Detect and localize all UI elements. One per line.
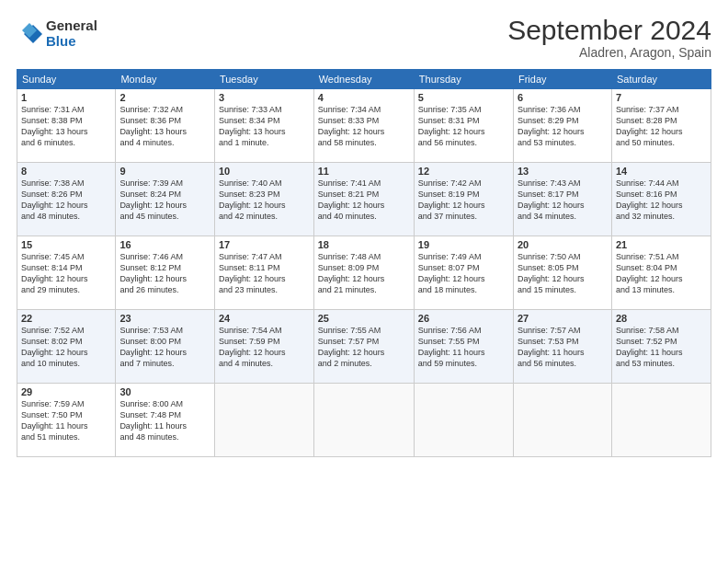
calendar-cell — [513, 384, 611, 457]
day-info: Sunrise: 7:42 AM Sunset: 8:19 PM Dayligh… — [418, 178, 509, 223]
day-number: 29 — [21, 386, 111, 397]
day-number: 24 — [219, 313, 310, 324]
calendar-cell: 28Sunrise: 7:58 AM Sunset: 7:52 PM Dayli… — [611, 310, 711, 384]
day-number: 13 — [518, 166, 608, 177]
day-info: Sunrise: 7:55 AM Sunset: 7:57 PM Dayligh… — [318, 325, 410, 370]
calendar-cell: 16Sunrise: 7:46 AM Sunset: 8:12 PM Dayli… — [116, 236, 215, 310]
weekday-header: Thursday — [414, 70, 513, 89]
calendar-cell: 25Sunrise: 7:55 AM Sunset: 7:57 PM Dayli… — [313, 310, 414, 384]
day-info: Sunrise: 7:37 AM Sunset: 8:28 PM Dayligh… — [616, 104, 707, 149]
day-number: 18 — [318, 239, 410, 250]
day-number: 11 — [318, 166, 410, 177]
weekday-header: Saturday — [611, 70, 711, 89]
day-number: 2 — [119, 92, 210, 103]
calendar-cell: 19Sunrise: 7:49 AM Sunset: 8:07 PM Dayli… — [414, 236, 513, 310]
day-info: Sunrise: 7:32 AM Sunset: 8:36 PM Dayligh… — [119, 104, 210, 149]
day-info: Sunrise: 7:53 AM Sunset: 8:00 PM Dayligh… — [119, 325, 210, 370]
day-number: 1 — [21, 92, 111, 103]
calendar-cell: 4Sunrise: 7:34 AM Sunset: 8:33 PM Daylig… — [313, 89, 414, 163]
logo-blue-text: Blue — [46, 34, 97, 50]
day-number: 27 — [518, 313, 608, 324]
calendar-week-row: 29Sunrise: 7:59 AM Sunset: 7:50 PM Dayli… — [17, 384, 711, 457]
calendar-cell: 26Sunrise: 7:56 AM Sunset: 7:55 PM Dayli… — [414, 310, 513, 384]
day-info: Sunrise: 8:00 AM Sunset: 7:48 PM Dayligh… — [119, 398, 210, 443]
calendar-cell: 24Sunrise: 7:54 AM Sunset: 7:59 PM Dayli… — [214, 310, 313, 384]
day-info: Sunrise: 7:46 AM Sunset: 8:12 PM Dayligh… — [119, 251, 210, 296]
calendar-cell — [414, 384, 513, 457]
calendar-cell: 15Sunrise: 7:45 AM Sunset: 8:14 PM Dayli… — [17, 236, 116, 310]
calendar-week-row: 22Sunrise: 7:52 AM Sunset: 8:02 PM Dayli… — [17, 310, 711, 384]
weekday-header: Monday — [116, 70, 215, 89]
day-number: 3 — [219, 92, 310, 103]
day-info: Sunrise: 7:45 AM Sunset: 8:14 PM Dayligh… — [21, 251, 111, 296]
page: General Blue September 2024 Aladren, Ara… — [0, 0, 728, 563]
weekday-header: Tuesday — [214, 70, 313, 89]
calendar-week-row: 1Sunrise: 7:31 AM Sunset: 8:38 PM Daylig… — [17, 89, 711, 163]
calendar-cell: 2Sunrise: 7:32 AM Sunset: 8:36 PM Daylig… — [116, 89, 215, 163]
day-info: Sunrise: 7:33 AM Sunset: 8:34 PM Dayligh… — [219, 104, 310, 149]
day-number: 28 — [616, 313, 707, 324]
calendar-cell: 13Sunrise: 7:43 AM Sunset: 8:17 PM Dayli… — [513, 163, 611, 236]
day-number: 21 — [616, 239, 707, 250]
day-info: Sunrise: 7:35 AM Sunset: 8:31 PM Dayligh… — [418, 104, 509, 149]
day-number: 5 — [418, 92, 509, 103]
day-number: 16 — [119, 239, 210, 250]
day-number: 22 — [21, 313, 111, 324]
day-info: Sunrise: 7:41 AM Sunset: 8:21 PM Dayligh… — [318, 178, 410, 223]
calendar-cell: 7Sunrise: 7:37 AM Sunset: 8:28 PM Daylig… — [611, 89, 711, 163]
weekday-header: Friday — [513, 70, 611, 89]
day-number: 9 — [119, 166, 210, 177]
calendar-cell: 30Sunrise: 8:00 AM Sunset: 7:48 PM Dayli… — [116, 384, 215, 457]
calendar-cell: 6Sunrise: 7:36 AM Sunset: 8:29 PM Daylig… — [513, 89, 611, 163]
logo-general-text: General — [46, 18, 97, 34]
day-number: 25 — [318, 313, 410, 324]
title-block: September 2024 Aladren, Aragon, Spain — [507, 15, 711, 60]
day-info: Sunrise: 7:50 AM Sunset: 8:05 PM Dayligh… — [518, 251, 608, 296]
calendar-cell: 22Sunrise: 7:52 AM Sunset: 8:02 PM Dayli… — [17, 310, 116, 384]
calendar-cell: 21Sunrise: 7:51 AM Sunset: 8:04 PM Dayli… — [611, 236, 711, 310]
calendar-cell: 17Sunrise: 7:47 AM Sunset: 8:11 PM Dayli… — [214, 236, 313, 310]
day-number: 15 — [21, 239, 111, 250]
day-info: Sunrise: 7:31 AM Sunset: 8:38 PM Dayligh… — [21, 104, 111, 149]
day-info: Sunrise: 7:49 AM Sunset: 8:07 PM Dayligh… — [418, 251, 509, 296]
day-number: 19 — [418, 239, 509, 250]
day-info: Sunrise: 7:54 AM Sunset: 7:59 PM Dayligh… — [219, 325, 310, 370]
calendar-cell: 14Sunrise: 7:44 AM Sunset: 8:16 PM Dayli… — [611, 163, 711, 236]
calendar-cell — [611, 384, 711, 457]
day-info: Sunrise: 7:48 AM Sunset: 8:09 PM Dayligh… — [318, 251, 410, 296]
day-number: 30 — [119, 386, 210, 397]
day-number: 17 — [219, 239, 310, 250]
calendar-cell: 10Sunrise: 7:40 AM Sunset: 8:23 PM Dayli… — [214, 163, 313, 236]
day-number: 6 — [518, 92, 608, 103]
calendar-cell: 3Sunrise: 7:33 AM Sunset: 8:34 PM Daylig… — [214, 89, 313, 163]
day-info: Sunrise: 7:51 AM Sunset: 8:04 PM Dayligh… — [616, 251, 707, 296]
day-info: Sunrise: 7:47 AM Sunset: 8:11 PM Dayligh… — [219, 251, 310, 296]
logo: General Blue — [17, 18, 97, 49]
calendar-week-row: 15Sunrise: 7:45 AM Sunset: 8:14 PM Dayli… — [17, 236, 711, 310]
day-number: 12 — [418, 166, 509, 177]
calendar-cell: 20Sunrise: 7:50 AM Sunset: 8:05 PM Dayli… — [513, 236, 611, 310]
day-number: 14 — [616, 166, 707, 177]
day-number: 7 — [616, 92, 707, 103]
calendar-cell: 9Sunrise: 7:39 AM Sunset: 8:24 PM Daylig… — [116, 163, 215, 236]
day-info: Sunrise: 7:36 AM Sunset: 8:29 PM Dayligh… — [518, 104, 608, 149]
calendar-cell: 11Sunrise: 7:41 AM Sunset: 8:21 PM Dayli… — [313, 163, 414, 236]
calendar-cell: 12Sunrise: 7:42 AM Sunset: 8:19 PM Dayli… — [414, 163, 513, 236]
day-info: Sunrise: 7:43 AM Sunset: 8:17 PM Dayligh… — [518, 178, 608, 223]
weekday-header: Wednesday — [313, 70, 414, 89]
calendar-cell: 29Sunrise: 7:59 AM Sunset: 7:50 PM Dayli… — [17, 384, 116, 457]
calendar-table: SundayMondayTuesdayWednesdayThursdayFrid… — [17, 69, 711, 457]
day-number: 26 — [418, 313, 509, 324]
calendar-cell: 27Sunrise: 7:57 AM Sunset: 7:53 PM Dayli… — [513, 310, 611, 384]
day-number: 8 — [21, 166, 111, 177]
day-info: Sunrise: 7:44 AM Sunset: 8:16 PM Dayligh… — [616, 178, 707, 223]
calendar-cell: 1Sunrise: 7:31 AM Sunset: 8:38 PM Daylig… — [17, 89, 116, 163]
calendar-cell — [313, 384, 414, 457]
day-info: Sunrise: 7:39 AM Sunset: 8:24 PM Dayligh… — [119, 178, 210, 223]
day-number: 20 — [518, 239, 608, 250]
calendar-cell: 23Sunrise: 7:53 AM Sunset: 8:00 PM Dayli… — [116, 310, 215, 384]
logo-icon — [17, 21, 42, 47]
day-info: Sunrise: 7:59 AM Sunset: 7:50 PM Dayligh… — [21, 398, 111, 443]
calendar-week-row: 8Sunrise: 7:38 AM Sunset: 8:26 PM Daylig… — [17, 163, 711, 236]
calendar-cell: 8Sunrise: 7:38 AM Sunset: 8:26 PM Daylig… — [17, 163, 116, 236]
